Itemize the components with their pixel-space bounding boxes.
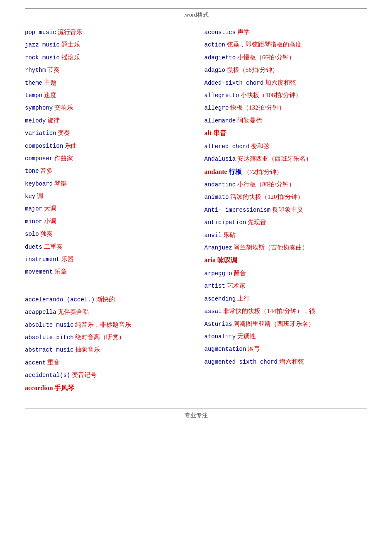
entry: accent 重音 [25,357,188,367]
highlight-chinese: 手风琴 [54,384,74,391]
chinese-text: 爵士乐 [61,41,80,48]
chinese-text: 节奏 [47,66,60,73]
english-text: jazz music [25,42,60,48]
english-text: keyboard [25,181,53,187]
entry: rhythm 节奏 [25,65,188,75]
highlight-english: alt [205,130,212,137]
entry: acappella 无伴奏合唱 [25,307,188,317]
entry: pop music 流行音乐 [25,27,188,37]
chinese-text: 变音记号 [72,372,97,378]
entry: accidental(s) 变音记号 [25,370,188,380]
chinese-text: 上行 [237,295,250,302]
entry: andante 行板 （72拍/分钟） [205,166,368,177]
chinese-text: 音多 [40,167,53,174]
entry: artist 艺术家 [205,281,368,291]
highlight-english: andante [205,168,227,175]
english-text: allegro [205,105,229,111]
entry: altered chord 变和弦 [205,141,368,151]
entry: accelerando (accel.) 渐快的 [25,294,188,304]
english-text: anvil [205,232,222,239]
entry: Anti- impressionism 反印象主义 [205,205,368,215]
chinese-text: 摇滚乐 [61,54,80,61]
english-text: theme [25,80,42,86]
english-text: variation [25,130,56,137]
entry: action 弦垂，即弦距琴指板的高度 [205,39,368,49]
english-text: adagio [205,67,225,73]
chinese-text: 展弓 [248,345,260,352]
english-text: Asturias [205,321,232,328]
english-text: instrument [25,256,60,263]
chinese-text: 弦垂，即弦距琴指板的高度 [227,41,302,48]
english-text: animato [205,194,229,200]
footer-line [25,408,367,408]
chinese-text: 琴键 [54,180,67,187]
chinese-text: 乐砧 [223,232,236,238]
english-text: allegretto [205,92,239,99]
chinese-text: 主题 [44,79,56,86]
english-text: accelerando (accel.) [25,296,95,303]
entry: composer 作曲家 [25,153,188,163]
spacer [25,287,188,294]
chinese-text: 非常快的快板（144拍/分钟），很 [223,308,315,314]
english-text: Andalusia [205,156,236,162]
entry: assai 非常快的快板（144拍/分钟），很 [205,306,368,316]
chinese-text: 作曲家 [54,155,73,161]
entry: symphony 交响乐 [25,103,188,112]
chinese-text: 活泼的快板（120拍/分钟） [230,193,304,200]
english-text: major [25,205,42,212]
entry: adagio 慢板（56拍/分钟） [205,65,368,75]
entry: adagietto 小慢板（66拍/分钟） [205,52,368,62]
highlight-chinese: 行板 [229,168,242,175]
entry: abstract music 抽象音乐 [25,345,188,355]
english-text: Added-sixth chord [205,80,264,86]
chinese-text: 交响乐 [54,104,73,111]
english-text: augmentation [205,346,246,352]
header-title: .word格式 [25,11,367,19]
chinese-text: 反印象主义 [272,206,303,213]
highlight-english: accordion [25,384,53,391]
entry: duets 二重奏 [25,242,188,252]
english-text: absolute pitch [25,334,74,341]
entry: aria 咏叹调 [205,255,368,266]
entry: andantino 小行板（80拍/分钟） [205,179,368,189]
english-text: composer [25,155,53,162]
left-column: pop music 流行音乐 jazz music 爵士乐 rock music… [25,27,196,396]
chinese-text: 大调 [44,205,56,212]
entry: Asturias 阿斯图里亚斯（西班牙乐名） [205,319,368,329]
entry: major 大调 [25,203,188,213]
entry: key 调 [25,191,188,201]
entry: allemande 阿勒曼德 [205,115,368,125]
entry: augmentation 展弓 [205,344,368,354]
english-text: Anti- impressionism [205,207,271,213]
entry: instrument 乐器 [25,254,188,264]
chinese-text: 速度 [44,92,56,98]
english-text: minor [25,218,42,225]
header-line [25,8,367,9]
chinese-text: 声学 [237,29,250,35]
entry: animato 活泼的快板（120拍/分钟） [205,192,368,202]
entry: keyboard 琴键 [25,178,188,188]
footer-title: 专业专注 [25,412,367,419]
chinese-text: 琶音 [234,270,246,276]
chinese-text: 阿勒曼德 [237,117,262,124]
chinese-text: 独奏 [40,230,53,237]
english-text: tone [25,168,39,174]
highlight-chinese: 串音 [213,130,226,137]
entry: Added-sixth chord 加六度和弦 [205,78,368,88]
chinese-text: 阿兰胡埃斯（吉他协奏曲） [234,244,308,251]
entry: absolute pitch 绝对音高（听觉） [25,332,188,342]
entry: alt 串音 [205,128,368,139]
chinese-text: 无调性 [237,333,256,340]
english-text: Aranjuez [205,244,232,251]
english-text: abstract music [25,347,74,353]
english-text: accent [25,359,46,366]
english-text: anticipation [205,219,246,226]
english-text: pop music [25,29,56,36]
highlight-english: aria [205,257,216,264]
chinese-text: 重音 [47,359,60,366]
english-text: altered chord [205,143,250,150]
chinese-text: 纯音乐，非标题音乐 [75,321,131,328]
entry: accordion 手风琴 [25,383,188,394]
chinese-text: （72拍/分钟） [243,169,282,175]
english-text: adagietto [205,54,236,61]
